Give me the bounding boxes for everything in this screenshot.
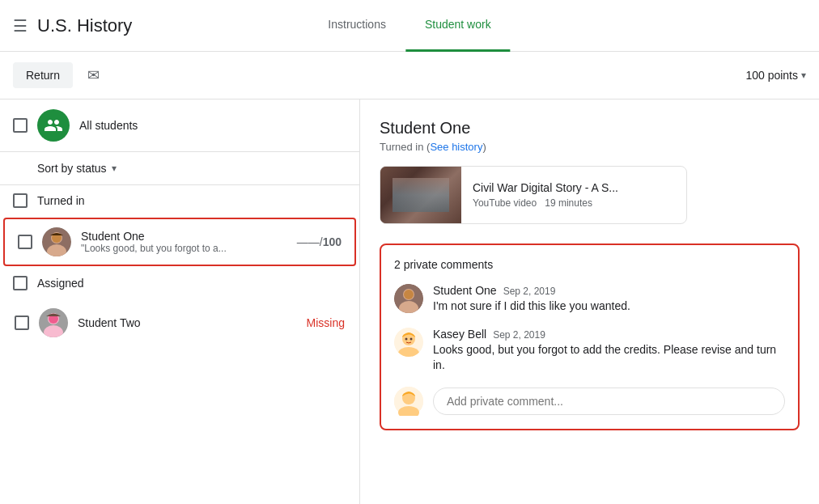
comment-text-student: I'm not sure if I did this like you want… bbox=[433, 299, 785, 315]
sort-label: Sort by status bbox=[37, 162, 107, 175]
header-tabs: Instructions Student work bbox=[308, 0, 510, 52]
app-title: U.S. History bbox=[37, 15, 132, 36]
assigned-checkbox[interactable] bbox=[13, 276, 28, 290]
assigned-title: Assigned bbox=[37, 277, 84, 290]
turned-in-title: Turned in bbox=[37, 194, 85, 207]
comment-body-teacher: Kasey Bell Sep 2, 2019 Looks good, but y… bbox=[433, 328, 785, 374]
assigned-section-header: Assigned bbox=[0, 268, 359, 299]
student-one-avatar bbox=[42, 227, 71, 256]
comment-item-student: Student One Sep 2, 2019 I'm not sure if … bbox=[394, 284, 785, 315]
comments-section: 2 private comments Student bbox=[380, 244, 800, 430]
student-comment-avatar bbox=[394, 284, 423, 313]
student-avatar-emoji bbox=[394, 284, 423, 313]
comment-text-teacher: Looks good, but you forgot to add the cr… bbox=[433, 342, 785, 374]
all-students-checkbox[interactable] bbox=[13, 118, 28, 133]
sort-chevron-icon[interactable]: ▾ bbox=[112, 163, 117, 174]
comment-date-student: Sep 2, 2019 bbox=[503, 286, 556, 297]
attachment-type: YouTube video bbox=[473, 197, 537, 209]
student-two-checkbox[interactable] bbox=[15, 316, 29, 330]
attachment-info: Civil War Digital Story - A S... YouTube… bbox=[461, 173, 630, 217]
attachment-card[interactable]: Civil War Digital Story - A S... YouTube… bbox=[380, 166, 687, 224]
svg-point-15 bbox=[405, 337, 408, 340]
tab-student-work[interactable]: Student work bbox=[405, 0, 511, 52]
student-two-status: Missing bbox=[307, 316, 345, 329]
sort-row[interactable]: Sort by status ▾ bbox=[0, 152, 359, 185]
student-two-name: Student Two bbox=[78, 316, 297, 329]
student-one-checkbox[interactable] bbox=[18, 235, 32, 249]
svg-point-11 bbox=[404, 290, 414, 299]
comment-author-teacher: Kasey Bell bbox=[433, 328, 486, 341]
thumbnail-image bbox=[380, 167, 461, 223]
attachment-duration: 19 minutes bbox=[545, 197, 592, 209]
teacher-avatar-emoji bbox=[394, 328, 423, 357]
add-comment-row bbox=[394, 387, 785, 416]
svg-point-16 bbox=[410, 337, 413, 340]
main: All students Sort by status ▾ Turned in bbox=[0, 100, 819, 504]
turned-in-status: Turned in (See history) bbox=[380, 141, 800, 153]
student-row-two[interactable]: Student Two Missing bbox=[0, 299, 359, 347]
teacher-avatar-small bbox=[394, 387, 423, 416]
add-comment-input[interactable] bbox=[433, 388, 785, 415]
student-one-grade: ——/100 bbox=[297, 235, 342, 248]
hamburger-icon[interactable]: ☰ bbox=[13, 16, 28, 36]
turned-in-section-header: Turned in bbox=[0, 185, 359, 216]
attachment-thumbnail bbox=[380, 167, 461, 223]
see-history-link[interactable]: See history bbox=[430, 141, 482, 153]
toolbar: Return ✉ 100 points ▾ bbox=[0, 52, 819, 100]
mail-button[interactable]: ✉ bbox=[83, 61, 104, 89]
attachment-meta: YouTube video 19 minutes bbox=[473, 197, 618, 209]
comment-date-teacher: Sep 2, 2019 bbox=[493, 329, 545, 341]
tab-instructions[interactable]: Instructions bbox=[308, 0, 405, 52]
all-students-icon bbox=[37, 109, 70, 142]
comment-header-student: Student One Sep 2, 2019 bbox=[433, 284, 785, 297]
student-two-info: Student Two bbox=[78, 316, 297, 329]
comments-count: 2 private comments bbox=[394, 258, 785, 271]
comment-author-student: Student One bbox=[433, 284, 497, 297]
student-row-one[interactable]: Student One "Looks good, but you forgot … bbox=[3, 218, 356, 266]
comment-header-teacher: Kasey Bell Sep 2, 2019 bbox=[433, 328, 785, 341]
points-label: 100 points bbox=[745, 69, 798, 82]
student-one-info: Student One "Looks good, but you forgot … bbox=[81, 230, 287, 254]
all-students-row[interactable]: All students bbox=[0, 100, 359, 152]
right-panel: Student One Turned in (See history) Civi… bbox=[360, 100, 819, 504]
left-panel: All students Sort by status ▾ Turned in bbox=[0, 100, 360, 504]
student-one-comment: "Looks good, but you forgot to a... bbox=[81, 243, 287, 254]
student-one-name: Student One bbox=[81, 230, 287, 243]
comment-body-student: Student One Sep 2, 2019 I'm not sure if … bbox=[433, 284, 785, 315]
comment-item-teacher: Kasey Bell Sep 2, 2019 Looks good, but y… bbox=[394, 328, 785, 374]
points-chevron-icon: ▾ bbox=[801, 70, 806, 81]
student-two-avatar bbox=[39, 308, 68, 337]
teacher-comment-avatar bbox=[394, 328, 423, 357]
turned-in-checkbox[interactable] bbox=[13, 193, 28, 208]
points-selector[interactable]: 100 points ▾ bbox=[745, 69, 806, 82]
attachment-title: Civil War Digital Story - A S... bbox=[473, 181, 618, 194]
header: ☰ U.S. History Instructions Student work bbox=[0, 0, 819, 52]
all-students-label: All students bbox=[79, 119, 138, 132]
student-work-name: Student One bbox=[380, 119, 800, 138]
return-button[interactable]: Return bbox=[13, 62, 73, 88]
